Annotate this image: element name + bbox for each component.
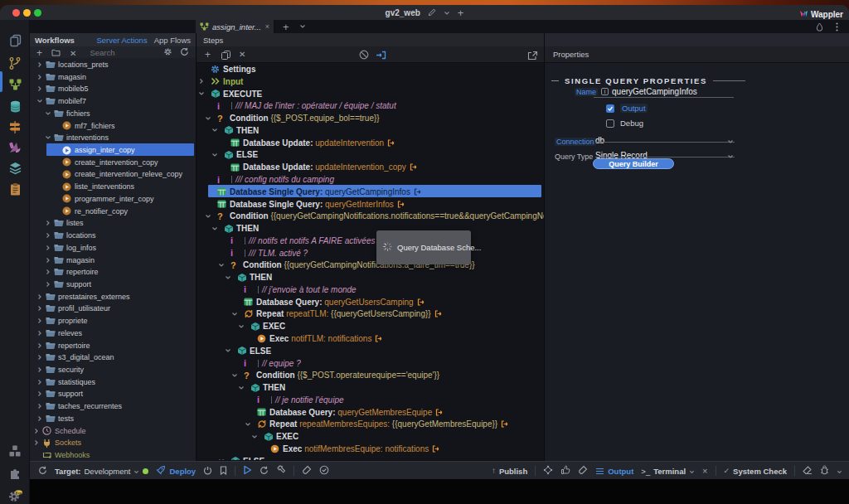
step-row[interactable]: i/// config notifs du camping bbox=[196, 173, 544, 185]
add-step-icon[interactable]: + bbox=[205, 46, 211, 63]
power-icon[interactable] bbox=[203, 463, 212, 478]
chevron-icon[interactable] bbox=[36, 413, 43, 424]
target-selector[interactable]: Target: Development bbox=[55, 463, 148, 478]
workflow-tree-item[interactable]: log_infos bbox=[30, 242, 196, 254]
validate-icon[interactable] bbox=[319, 463, 329, 478]
workflows-icon[interactable] bbox=[0, 78, 30, 91]
tab-list-icon[interactable] bbox=[299, 20, 306, 33]
chevron-icon[interactable] bbox=[211, 223, 218, 235]
chevron-icon[interactable] bbox=[205, 211, 211, 222]
chevron-icon[interactable] bbox=[36, 291, 43, 303]
step-row[interactable]: i/// MAJ de l'inter : opérateur / équipe… bbox=[196, 100, 544, 112]
output-checkbox[interactable] bbox=[606, 104, 614, 113]
run-icon[interactable] bbox=[243, 463, 252, 478]
copy-step-icon[interactable] bbox=[221, 46, 230, 63]
close-panel-icon[interactable]: × bbox=[702, 467, 707, 476]
step-row[interactable]: i// je notifie l'équipe bbox=[196, 394, 544, 405]
chevron-icon[interactable] bbox=[36, 59, 43, 70]
workflow-tree-item[interactable]: locations_prets bbox=[30, 59, 196, 70]
feedback-icon[interactable] bbox=[560, 463, 570, 478]
workflow-tree-item[interactable]: locations bbox=[30, 230, 196, 241]
chevron-icon[interactable] bbox=[36, 315, 43, 327]
step-row[interactable]: EXECUTE bbox=[196, 88, 544, 99]
workflow-tree-item[interactable]: Sockets bbox=[30, 437, 196, 448]
step-row[interactable]: THEN bbox=[196, 272, 544, 284]
chevron-icon[interactable] bbox=[36, 388, 43, 400]
open-properties-icon[interactable] bbox=[527, 46, 538, 63]
more-options-icon[interactable] bbox=[836, 20, 838, 33]
chevron-icon[interactable] bbox=[45, 108, 51, 119]
git-icon[interactable] bbox=[0, 56, 30, 70]
step-row[interactable]: Database Single Query: queryGetCampingIn… bbox=[196, 186, 544, 197]
chevron-icon[interactable] bbox=[231, 370, 238, 381]
chevron-icon[interactable] bbox=[211, 124, 218, 136]
workflow-tree-item[interactable]: s3_digital_ocean bbox=[30, 351, 196, 363]
goto-step-icon[interactable] bbox=[376, 46, 386, 63]
clear-icon[interactable] bbox=[803, 463, 813, 478]
step-row[interactable]: Database Update: updateIntervention bbox=[196, 137, 544, 148]
reload-icon[interactable] bbox=[260, 463, 269, 478]
step-row[interactable]: THEN bbox=[196, 223, 544, 235]
workflow-tree-item[interactable]: create_intervention_copy bbox=[30, 157, 196, 168]
build-icon[interactable] bbox=[276, 463, 286, 478]
refresh-target-icon[interactable] bbox=[38, 463, 47, 478]
layers-icon[interactable] bbox=[0, 162, 30, 175]
debug-icon[interactable] bbox=[820, 463, 829, 478]
workflow-tree-item[interactable]: security bbox=[30, 364, 196, 376]
publish-button[interactable]: ↑ Publish bbox=[492, 467, 527, 476]
step-row[interactable]: ?Condition {{queryGetCampingNotification… bbox=[196, 211, 544, 222]
workflow-tree-item[interactable]: re_notifier_copy bbox=[30, 206, 196, 217]
output-toggle[interactable]: Output bbox=[595, 463, 633, 478]
chevron-icon[interactable] bbox=[45, 242, 51, 254]
workflow-tree-item[interactable]: liste_interventions bbox=[30, 181, 196, 192]
workflow-tree-item[interactable]: listes bbox=[30, 217, 196, 229]
workflow-tree-item[interactable]: profil_utilisateur bbox=[30, 303, 196, 314]
workflow-tree-item[interactable]: assign_inter_copy bbox=[30, 144, 196, 156]
connection-dropdown-icon[interactable] bbox=[727, 133, 734, 148]
workflow-tree-item[interactable]: statistiques bbox=[30, 376, 196, 388]
query-type-dropdown-icon[interactable] bbox=[727, 148, 734, 163]
step-row[interactable]: Input bbox=[196, 75, 544, 87]
name-input[interactable]: queryGetCampingInfos bbox=[612, 87, 697, 96]
chevron-icon[interactable] bbox=[211, 149, 218, 161]
chevron-icon[interactable] bbox=[33, 437, 40, 448]
chevron-icon[interactable] bbox=[45, 266, 51, 278]
chevron-icon[interactable] bbox=[238, 321, 245, 332]
node-connections-icon[interactable] bbox=[543, 463, 553, 478]
chevron-icon[interactable] bbox=[45, 132, 51, 143]
chevron-icon[interactable] bbox=[45, 230, 51, 241]
step-row[interactable]: EXEC bbox=[196, 431, 544, 443]
step-row[interactable]: ?Condition {{queryGetCampingNotification… bbox=[196, 259, 544, 271]
deploy-button[interactable]: Deploy bbox=[156, 463, 196, 478]
terminal-toggle[interactable]: >_ Terminal bbox=[641, 463, 695, 478]
step-row[interactable]: i// j'envoie à tout le monde bbox=[196, 284, 544, 295]
workflow-tree-item[interactable]: propriete bbox=[30, 315, 196, 327]
chevron-icon[interactable] bbox=[45, 279, 51, 290]
query-builder-button[interactable]: Query Builder bbox=[593, 158, 674, 169]
design-icon[interactable] bbox=[0, 141, 30, 154]
workflow-tree-item[interactable]: mobileb5 bbox=[30, 83, 196, 94]
chevron-icon[interactable] bbox=[36, 400, 43, 412]
modules-icon[interactable] bbox=[0, 444, 30, 458]
step-row[interactable]: Settings bbox=[196, 64, 544, 75]
collapse-statusbar-icon[interactable] bbox=[837, 463, 842, 478]
step-row[interactable]: Repeat repeatMembresEquipes: {{queryGetM… bbox=[196, 419, 544, 430]
step-row[interactable]: Repeat repeatTLM: {{queryGetUsersCamping… bbox=[196, 308, 544, 320]
chevron-icon[interactable] bbox=[205, 113, 211, 124]
chevron-icon[interactable] bbox=[36, 95, 43, 107]
project-dropdown-icon[interactable] bbox=[444, 5, 450, 20]
workflow-tree-item[interactable]: fichiers bbox=[30, 108, 196, 119]
workflow-tree-item[interactable]: taches_recurrentes bbox=[30, 400, 196, 412]
format-icon[interactable] bbox=[302, 463, 312, 478]
chevron-icon[interactable] bbox=[45, 254, 51, 266]
workflow-tree-item[interactable]: mf7_fichiers bbox=[30, 120, 196, 132]
cleanup-icon[interactable] bbox=[578, 463, 588, 478]
step-row[interactable]: Database Update: updateIntervention_copy bbox=[196, 162, 544, 173]
workflow-tree-item[interactable]: tests bbox=[30, 413, 196, 424]
step-row[interactable]: Exec notifMembresEquipe: notifications bbox=[196, 443, 544, 454]
tab-assign-inter[interactable]: assign_inter... × bbox=[196, 20, 274, 33]
debug-checkbox[interactable] bbox=[606, 119, 614, 128]
connection-select[interactable]: db bbox=[595, 136, 604, 145]
chevron-icon[interactable] bbox=[36, 351, 43, 363]
workflow-tree-item[interactable]: magasin bbox=[30, 254, 196, 266]
